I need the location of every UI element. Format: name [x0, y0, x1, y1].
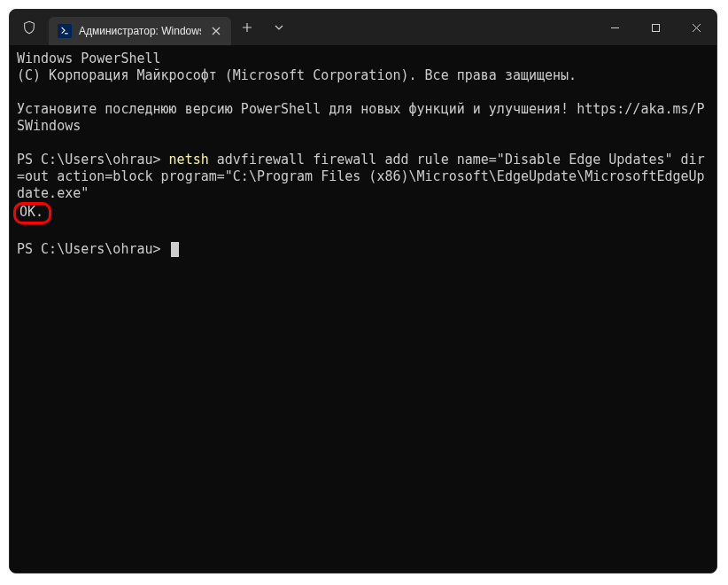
prompt-path: PS C:\Users\ohrau> — [17, 241, 161, 257]
svg-rect-0 — [65, 33, 68, 34]
terminal-body[interactable]: Windows PowerShell (С) Корпорация Майкро… — [10, 45, 716, 573]
tabbar-controls — [231, 10, 295, 45]
cursor — [171, 242, 179, 257]
terminal-line: Установите последнюю версию PowerShell д… — [17, 101, 705, 134]
terminal-window: Администратор: Windows Po Windo — [9, 9, 717, 573]
tab-title: Администратор: Windows Po — [79, 25, 201, 37]
new-tab-button[interactable] — [231, 10, 263, 45]
close-window-button[interactable] — [676, 10, 716, 45]
shield-icon — [10, 20, 49, 35]
close-icon[interactable] — [208, 23, 224, 39]
tab-dropdown-button[interactable] — [263, 10, 295, 45]
powershell-icon — [58, 24, 72, 38]
terminal-line: (С) Корпорация Майкрософт (Microsoft Cor… — [17, 67, 577, 83]
prompt-path: PS C:\Users\ohrau> — [17, 152, 161, 168]
tab-powershell[interactable]: Администратор: Windows Po — [49, 17, 231, 45]
terminal-line: Windows PowerShell — [17, 51, 161, 66]
window-controls — [594, 10, 716, 45]
maximize-button[interactable] — [635, 10, 676, 45]
svg-rect-1 — [652, 24, 659, 31]
result-ok: ОК. — [13, 202, 51, 224]
command-token: netsh — [169, 152, 209, 168]
minimize-button[interactable] — [594, 10, 635, 45]
titlebar: Администратор: Windows Po — [10, 10, 716, 45]
